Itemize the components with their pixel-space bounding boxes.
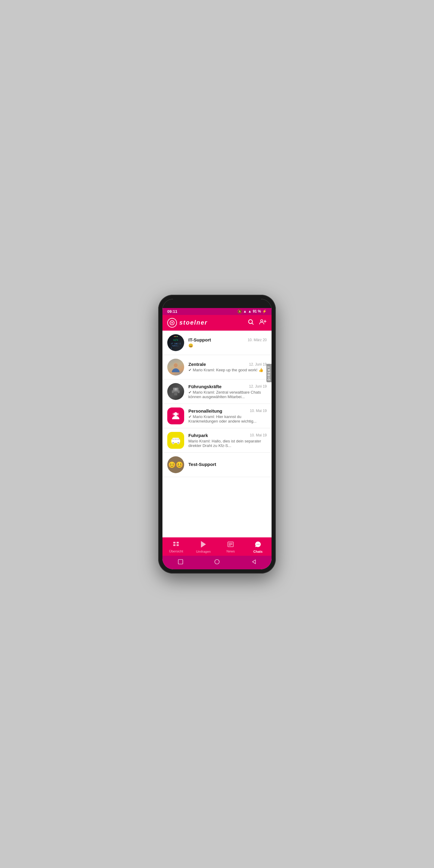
avatar-fuhrungskrafte	[167, 383, 184, 400]
notch	[162, 299, 272, 308]
chat-preview: ✔ Mario Kraml: Hier kannst du Krankmeldu…	[188, 414, 267, 424]
chat-content-fuhrpark: Fuhrpark 10. Mai 19 Mario Kraml: Hallo, …	[188, 433, 267, 448]
chat-content-personalleitung: Personalleitung 10. Mai 19 ✔ Mario Kraml…	[188, 408, 267, 424]
svg-rect-23	[172, 438, 174, 440]
chat-item-fuhrungskrafte[interactable]: Führungskräfte 12. Juni 19 ✔ Mario Kraml…	[162, 379, 272, 404]
battery-icon: ⚡	[262, 309, 267, 313]
chat-name: Personalleitung	[188, 408, 222, 413]
svg-point-22	[178, 442, 179, 443]
battery-label: 91 %	[253, 309, 261, 313]
chat-preview: ✔ Mario Kraml: Zentral verwaltbare Chats…	[188, 390, 267, 399]
signal-icon: ▲	[248, 309, 252, 313]
empty-space	[162, 477, 272, 537]
svg-rect-28	[173, 544, 176, 546]
avatar-personalleitung	[167, 407, 184, 424]
logo-circle-icon	[167, 318, 177, 328]
chat-name: Führungskräfte	[188, 384, 221, 389]
chats-icon	[255, 541, 261, 549]
nav-item-umfragen[interactable]: Umfragen	[190, 540, 217, 555]
chat-item-fuhrpark[interactable]: Fuhrpark 10. Mai 19 Mario Kraml: Hallo, …	[162, 428, 272, 453]
status-right: 🔕 ▲ ▲ 91 % ⚡	[237, 309, 267, 314]
chat-item-personalleitung[interactable]: Personalleitung 10. Mai 19 ✔ Mario Kraml…	[162, 404, 272, 428]
chat-date: 12. Juni 19	[249, 384, 267, 389]
notch-cutout	[199, 300, 235, 307]
chat-preview: Mario Kraml: Hallo, dies ist dein separa…	[188, 439, 267, 448]
search-button[interactable]	[247, 318, 254, 327]
header-icons	[247, 318, 267, 327]
svg-rect-38	[179, 559, 183, 564]
chat-date: 10. Mai 19	[250, 433, 267, 437]
nav-item-chats[interactable]: Chats	[244, 540, 272, 555]
chat-content-zentrale: Zentrale 12. Juni 19 ✔ Mario Kraml: Keep…	[188, 362, 267, 372]
chat-item-zentrale[interactable]: Zentrale 12. Juni 19 ✔ Mario Kraml: Keep…	[162, 355, 272, 379]
svg-point-36	[258, 544, 258, 544]
android-nav-bar	[162, 556, 272, 569]
svg-point-35	[256, 544, 257, 544]
svg-point-16	[177, 412, 179, 415]
direkt-tab[interactable]: DIREKT	[267, 364, 272, 382]
chat-name: Fuhrpark	[188, 433, 208, 438]
chat-content-fuhrungskrafte: Führungskräfte 12. Juni 19 ✔ Mario Kraml…	[188, 384, 267, 399]
add-people-button[interactable]	[259, 318, 267, 327]
chat-list: </> if (ok) { run(); } IT-Support 10. Mä…	[162, 331, 272, 537]
chat-preview: ✔ Mario Kraml: Keep up the good work! 👍	[188, 368, 267, 372]
android-home-button[interactable]	[214, 559, 220, 566]
svg-rect-29	[177, 544, 179, 546]
status-bar: 09:11 🔕 ▲ ▲ 91 % ⚡	[162, 308, 272, 315]
umfragen-icon	[201, 541, 206, 549]
chat-date: 10. März 20	[248, 338, 267, 342]
chat-name: IT-Support	[188, 337, 211, 342]
svg-marker-30	[201, 541, 206, 548]
nav-item-news[interactable]: News	[217, 540, 244, 554]
notification-mute-icon: 🔕	[237, 309, 242, 314]
status-time: 09:11	[167, 309, 177, 314]
svg-point-39	[215, 559, 219, 564]
svg-point-37	[258, 544, 259, 544]
svg-rect-26	[173, 541, 176, 543]
logo-text: stoelner	[179, 319, 208, 326]
chat-date: 12. Juni 19	[249, 362, 267, 367]
chat-name: Zentrale	[188, 362, 206, 367]
svg-rect-24	[175, 438, 177, 440]
svg-point-15	[173, 412, 175, 415]
svg-point-21	[173, 442, 174, 443]
svg-rect-10	[174, 392, 177, 396]
avatar-fuhrpark	[167, 432, 184, 449]
phone-screen: 09:11 🔕 ▲ ▲ 91 % ⚡ stoelner	[162, 299, 272, 569]
chat-content-test-support: Test-Support	[188, 462, 267, 468]
svg-rect-25	[177, 438, 179, 440]
svg-rect-12	[178, 390, 179, 393]
nav-item-ubersicht[interactable]: Übersicht	[162, 540, 190, 554]
chat-preview: 😀	[188, 343, 258, 348]
chat-item-test-support[interactable]: 😊😊 Test-Support	[162, 453, 272, 477]
bottom-nav: Übersicht Umfragen	[162, 537, 272, 556]
svg-rect-27	[177, 541, 179, 543]
svg-rect-11	[172, 390, 174, 393]
app-header: stoelner	[162, 315, 272, 331]
app-logo: stoelner	[167, 318, 208, 328]
chat-name: Test-Support	[188, 462, 216, 467]
svg-point-8	[174, 363, 178, 367]
svg-marker-40	[252, 560, 255, 564]
ubersicht-icon	[173, 541, 179, 549]
avatar-test-support: 😊😊	[167, 456, 184, 473]
avatar-it-support: </> if (ok) { run(); }	[167, 334, 184, 351]
svg-line-2	[252, 323, 253, 324]
news-icon	[227, 541, 234, 549]
nav-label-ubersicht: Übersicht	[169, 550, 183, 553]
nav-label-chats: Chats	[253, 550, 262, 553]
svg-point-13	[175, 388, 177, 390]
android-back-button[interactable]	[250, 559, 256, 566]
nav-label-umfragen: Umfragen	[196, 550, 211, 553]
chat-date: 10. Mai 19	[250, 409, 267, 413]
svg-point-3	[261, 320, 263, 322]
nav-label-news: News	[226, 550, 235, 553]
android-recent-button[interactable]	[178, 559, 184, 566]
content-area: DIREKT </> if (o	[162, 331, 272, 537]
chat-content-it-support: IT-Support 10. März 20 😀	[188, 337, 267, 348]
phone-frame: 09:11 🔕 ▲ ▲ 91 % ⚡ stoelner	[158, 295, 276, 574]
wifi-icon: ▲	[243, 309, 247, 313]
avatar-zentrale	[167, 359, 184, 375]
chat-item-it-support[interactable]: </> if (ok) { run(); } IT-Support 10. Mä…	[162, 331, 272, 355]
